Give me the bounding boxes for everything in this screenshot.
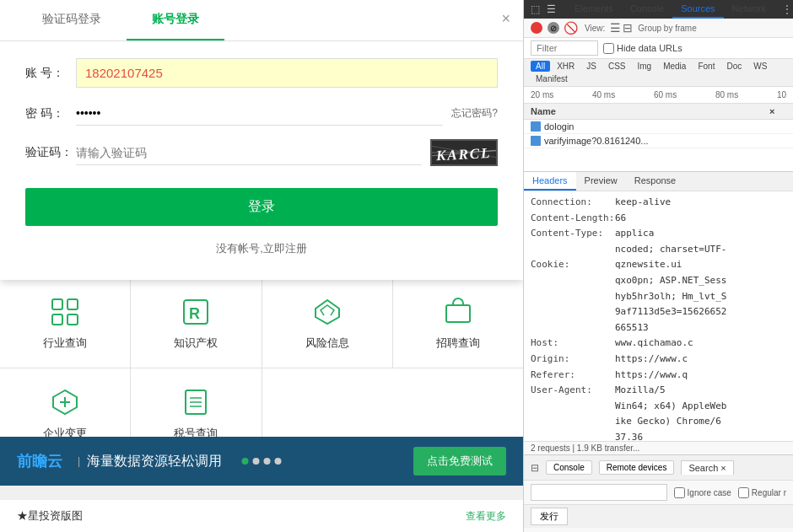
features-grid: 行业查询 R 知识产权 风险信息 招聘查询 企业变更 xyxy=(0,278,523,458)
filter-css[interactable]: CSS xyxy=(603,61,631,72)
regular-exp-checkbox[interactable] xyxy=(738,487,749,498)
view-list-btn[interactable]: ☰ xyxy=(610,21,621,35)
header-cookie-cont1-val: qxo0pn; ASP.NET_Sess xyxy=(615,273,726,288)
header-cookie-cont4 xyxy=(531,320,615,336)
console-button[interactable]: Console xyxy=(546,460,592,475)
ignore-case-checkbox[interactable] xyxy=(674,487,685,498)
footer-more-link[interactable]: 查看更多 xyxy=(466,509,506,524)
filter-bar: Hide data URLs xyxy=(524,38,793,59)
clear-button[interactable]: 🚫 xyxy=(564,22,576,34)
footer-title: ★星投资版图 xyxy=(17,508,83,524)
forgot-password-link[interactable]: 忘记密码? xyxy=(451,106,498,121)
record-button[interactable] xyxy=(531,22,542,34)
feature-ip[interactable]: R 知识产权 xyxy=(131,278,261,368)
filter-all[interactable]: All xyxy=(531,61,550,72)
captcha-image[interactable]: KARCL xyxy=(430,139,498,166)
detail-tabs: Headers Preview Response xyxy=(524,172,793,191)
svg-text:R: R xyxy=(189,305,200,322)
console-bar: ⊟ Console Remote devices Search × xyxy=(524,454,793,480)
header-content-type-val: applica xyxy=(615,226,654,241)
filter-doc[interactable]: Doc xyxy=(721,61,747,72)
header-cookie-key: Cookie: xyxy=(531,257,615,272)
dot-3 xyxy=(264,458,271,465)
login-button[interactable]: 登录 xyxy=(25,188,498,226)
header-cookie-cont2 xyxy=(531,289,615,304)
register-text: 没有帐号,立即注册 xyxy=(216,242,307,255)
network-item-varifyimage[interactable]: varifyimage?0.8161240... xyxy=(524,134,793,148)
devtools-more-btn[interactable]: ⋮⋮ xyxy=(781,3,793,16)
filter-xhr[interactable]: XHR xyxy=(552,61,580,72)
dot-2 xyxy=(253,458,260,465)
ip-label: 知识产权 xyxy=(174,336,218,351)
modal-close-button[interactable]: × xyxy=(501,10,510,28)
console-toggle-btn[interactable]: ⊟ xyxy=(531,462,539,474)
header-connection-key: Connection: xyxy=(531,195,615,210)
tab-network[interactable]: Network xyxy=(724,0,774,19)
devtools-select-btn[interactable]: ⬚ xyxy=(531,3,540,16)
feature-risk[interactable]: 风险信息 xyxy=(262,278,392,368)
search-bar: Ignore case Regular r xyxy=(524,480,793,504)
filter-font[interactable]: Font xyxy=(693,61,720,72)
filter-js[interactable]: JS xyxy=(581,61,601,72)
svg-rect-4 xyxy=(52,299,62,309)
hide-data-urls-checkbox[interactable]: Hide data URLs xyxy=(603,43,682,54)
feature-industry[interactable]: 行业查询 xyxy=(0,278,130,368)
network-item-dologin[interactable]: dologin xyxy=(524,120,793,134)
network-list: Name × dologin varifyimage?0.8161240... xyxy=(524,104,793,171)
timeline-markers: 20 ms 40 ms 60 ms 80 ms 10 xyxy=(531,90,786,99)
filter-media[interactable]: Media xyxy=(658,61,691,72)
remote-devices-button[interactable]: Remote devices xyxy=(599,460,675,475)
marker-40ms: 40 ms xyxy=(592,90,615,99)
tab-captcha-login[interactable]: 验证码登录 xyxy=(17,0,127,40)
tab-console[interactable]: Console xyxy=(622,0,672,19)
send-button[interactable]: 发行 xyxy=(531,508,568,525)
captcha-input[interactable] xyxy=(76,141,422,165)
varifyimage-icon xyxy=(531,136,541,146)
tab-sources[interactable]: Sources xyxy=(672,0,723,19)
stop-button[interactable]: ⊘ xyxy=(548,22,559,34)
search-tab[interactable]: Search × xyxy=(681,460,733,475)
ignore-case-label: Ignore case xyxy=(674,487,731,498)
password-input[interactable] xyxy=(76,101,443,126)
tab-account-login[interactable]: 账号登录 xyxy=(127,0,224,40)
header-cookie-val: qznewsite.ui xyxy=(615,257,682,272)
filter-ws[interactable]: WS xyxy=(748,61,772,72)
svg-rect-10 xyxy=(446,305,470,322)
devtools-main-tabs: Elements Console Sources Network xyxy=(566,0,774,19)
marker-60ms: 60 ms xyxy=(654,90,677,99)
close-network-panel[interactable]: × xyxy=(769,106,786,116)
hide-data-urls-check[interactable] xyxy=(603,43,614,54)
marker-20ms: 20 ms xyxy=(531,90,553,99)
header-cookie-cont3-val: 9af7113d5e3=15626652 xyxy=(615,304,726,320)
filter-manifest[interactable]: Manifest xyxy=(531,73,573,84)
group-by-frame-btn[interactable]: Group by frame xyxy=(638,24,696,33)
devtools-panel: ⬚ ☰ Elements Console Sources Network ⋮⋮ … xyxy=(523,0,793,532)
detail-tab-headers[interactable]: Headers xyxy=(524,172,576,191)
type-filters: All XHR JS CSS Img Media Font Doc WS Man… xyxy=(524,59,793,87)
header-ua-key: User-Agent: xyxy=(531,383,615,398)
modal-tabs: 验证码登录 账号登录 × xyxy=(0,0,523,41)
preserve-log-label: View: xyxy=(585,24,605,33)
tab-elements[interactable]: Elements xyxy=(566,0,622,19)
filter-img[interactable]: Img xyxy=(632,61,656,72)
regular-exp-label: Regular r xyxy=(738,487,786,498)
detail-tab-preview[interactable]: Preview xyxy=(576,172,626,191)
account-input[interactable] xyxy=(76,58,498,88)
header-ua-val: Mozilla/5 xyxy=(615,383,666,398)
detail-panel: Headers Preview Response Connection:keep… xyxy=(524,171,793,441)
filter-input[interactable] xyxy=(531,40,598,56)
header-connection-val: keep-alive xyxy=(615,195,671,210)
banner-test-button[interactable]: 点击免费测试 xyxy=(413,447,506,476)
detail-tab-response[interactable]: Response xyxy=(626,172,685,191)
header-cookie-cont3 xyxy=(531,304,615,320)
search-input[interactable] xyxy=(531,484,667,501)
ip-icon: R xyxy=(179,295,213,329)
account-label: 账 号： xyxy=(25,66,76,81)
view-buttons: ☰ ⊟ xyxy=(610,21,633,35)
captcha-label: 验证码： xyxy=(25,145,76,160)
devtools-device-btn[interactable]: ☰ xyxy=(547,3,556,16)
header-origin-val: https://www.c xyxy=(615,352,688,367)
timeline: 20 ms 40 ms 60 ms 80 ms 10 xyxy=(524,87,793,104)
view-grid-btn[interactable]: ⊟ xyxy=(623,21,633,35)
feature-recruit[interactable]: 招聘查询 xyxy=(393,278,523,368)
